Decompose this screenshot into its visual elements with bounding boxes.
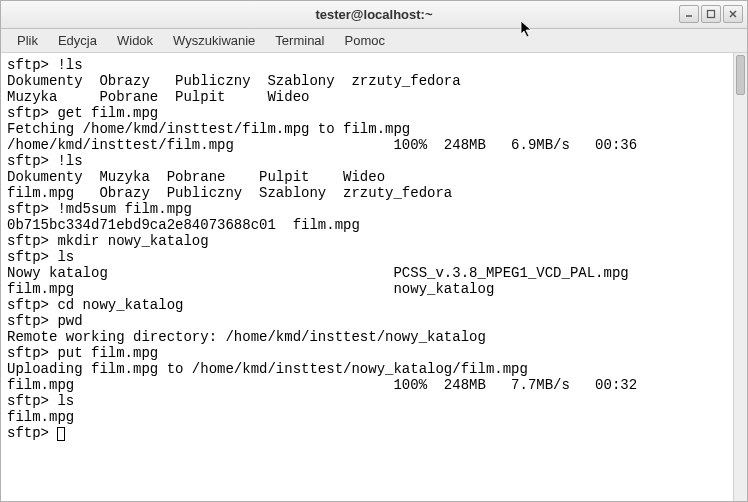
terminal-line: sftp> mkdir nowy_katalog bbox=[7, 233, 209, 249]
menu-edit[interactable]: Edycja bbox=[48, 31, 107, 50]
menu-help[interactable]: Pomoc bbox=[334, 31, 394, 50]
maximize-icon bbox=[706, 9, 716, 19]
menu-search[interactable]: Wyszukiwanie bbox=[163, 31, 265, 50]
terminal-line: 0b715bc334d71ebd9ca2e84073688c01 film.mp… bbox=[7, 217, 360, 233]
titlebar: tester@localhost:~ bbox=[1, 1, 747, 29]
terminal-line: film.mpg 100% 248MB 7.7MB/s 00:32 bbox=[7, 377, 637, 393]
window-controls bbox=[679, 5, 743, 23]
terminal-line: film.mpg Obrazy Publiczny Szablony zrzut… bbox=[7, 185, 452, 201]
terminal-line: Remote working directory: /home/kmd/inst… bbox=[7, 329, 486, 345]
scroll-thumb[interactable] bbox=[736, 55, 745, 95]
terminal-line: /home/kmd/insttest/film.mpg 100% 248MB 6… bbox=[7, 137, 637, 153]
terminal-line: sftp> !ls bbox=[7, 57, 83, 73]
terminal-line: Dokumenty Obrazy Publiczny Szablony zrzu… bbox=[7, 73, 461, 89]
menubar: Plik Edycja Widok Wyszukiwanie Terminal … bbox=[1, 29, 747, 53]
minimize-button[interactable] bbox=[679, 5, 699, 23]
menu-terminal[interactable]: Terminal bbox=[265, 31, 334, 50]
scrollbar[interactable] bbox=[733, 53, 747, 501]
terminal-line: sftp> !ls bbox=[7, 153, 83, 169]
terminal-line: sftp> ls bbox=[7, 249, 74, 265]
terminal-area: sftp> !ls Dokumenty Obrazy Publiczny Sza… bbox=[1, 53, 747, 501]
terminal-line: sftp> get film.mpg bbox=[7, 105, 158, 121]
svg-rect-1 bbox=[708, 11, 715, 18]
terminal-output[interactable]: sftp> !ls Dokumenty Obrazy Publiczny Sza… bbox=[1, 53, 733, 501]
menu-file[interactable]: Plik bbox=[7, 31, 48, 50]
window-title: tester@localhost:~ bbox=[1, 7, 747, 22]
close-icon bbox=[728, 9, 738, 19]
terminal-line: Nowy katalog PCSS_v.3.8_MPEG1_VCD_PAL.mp… bbox=[7, 265, 629, 281]
terminal-line: sftp> put film.mpg bbox=[7, 345, 158, 361]
terminal-cursor bbox=[57, 427, 65, 441]
terminal-line: Muzyka Pobrane Pulpit Wideo bbox=[7, 89, 309, 105]
maximize-button[interactable] bbox=[701, 5, 721, 23]
terminal-line: Dokumenty Muzyka Pobrane Pulpit Wideo bbox=[7, 169, 385, 185]
terminal-line: sftp> bbox=[7, 425, 57, 441]
terminal-line: sftp> !md5sum film.mpg bbox=[7, 201, 192, 217]
terminal-line: sftp> pwd bbox=[7, 313, 83, 329]
terminal-line: film.mpg nowy_katalog bbox=[7, 281, 494, 297]
terminal-line: sftp> cd nowy_katalog bbox=[7, 297, 183, 313]
minimize-icon bbox=[684, 9, 694, 19]
terminal-line: sftp> ls bbox=[7, 393, 74, 409]
terminal-line: film.mpg bbox=[7, 409, 74, 425]
terminal-line: Uploading film.mpg to /home/kmd/insttest… bbox=[7, 361, 528, 377]
terminal-line: Fetching /home/kmd/insttest/film.mpg to … bbox=[7, 121, 410, 137]
close-button[interactable] bbox=[723, 5, 743, 23]
menu-view[interactable]: Widok bbox=[107, 31, 163, 50]
